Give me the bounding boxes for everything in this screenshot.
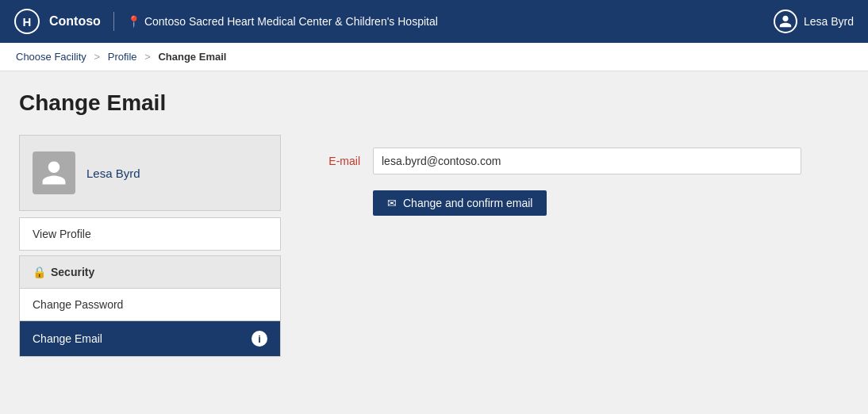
profile-name: Lesa Byrd bbox=[86, 167, 140, 180]
facility-name: 📍 Contoso Sacred Heart Medical Center & … bbox=[127, 15, 438, 28]
breadcrumb: Choose Facility > Profile > Change Email bbox=[0, 43, 868, 71]
breadcrumb-sep-2: > bbox=[144, 51, 151, 63]
email-label: E-mail bbox=[313, 155, 360, 167]
main-content: Change Email Lesa Byrd View Profile 🔒 Se… bbox=[0, 71, 868, 376]
header-user-name: Lesa Byrd bbox=[804, 15, 854, 28]
header-left: H Contoso 📍 Contoso Sacred Heart Medical… bbox=[14, 9, 438, 34]
lock-icon: 🔒 bbox=[33, 266, 46, 278]
logo-icon: H bbox=[14, 9, 40, 34]
breadcrumb-sep-1: > bbox=[94, 51, 101, 63]
header-right: Lesa Byrd bbox=[774, 10, 854, 33]
header-divider bbox=[113, 12, 114, 31]
breadcrumb-choose-facility[interactable]: Choose Facility bbox=[16, 51, 86, 63]
sidebar-section-security: 🔒 Security bbox=[19, 255, 281, 289]
sidebar-item-view-profile[interactable]: View Profile bbox=[19, 217, 281, 251]
confirm-button-row: ✉ Change and confirm email bbox=[313, 190, 849, 216]
sidebar-item-change-email[interactable]: Change Email i bbox=[19, 321, 281, 357]
brand-name: Contoso bbox=[49, 14, 101, 29]
content-layout: Lesa Byrd View Profile 🔒 Security Change… bbox=[19, 135, 849, 357]
avatar bbox=[33, 151, 75, 194]
email-row: E-mail bbox=[313, 148, 849, 174]
form-area: E-mail ✉ Change and confirm email bbox=[297, 135, 849, 357]
user-avatar-icon bbox=[774, 10, 797, 33]
page-title: Change Email bbox=[19, 90, 849, 116]
confirm-email-button[interactable]: ✉ Change and confirm email bbox=[373, 190, 547, 216]
envelope-icon: ✉ bbox=[387, 197, 397, 209]
sidebar-item-change-password[interactable]: Change Password bbox=[19, 289, 281, 321]
header: H Contoso 📍 Contoso Sacred Heart Medical… bbox=[0, 0, 868, 43]
breadcrumb-profile[interactable]: Profile bbox=[108, 51, 137, 63]
sidebar: Lesa Byrd View Profile 🔒 Security Change… bbox=[19, 135, 281, 357]
profile-card: Lesa Byrd bbox=[19, 135, 281, 211]
pin-icon: 📍 bbox=[127, 15, 140, 28]
email-input[interactable] bbox=[373, 148, 801, 174]
breadcrumb-current: Change Email bbox=[158, 51, 226, 63]
info-icon: i bbox=[252, 331, 267, 347]
